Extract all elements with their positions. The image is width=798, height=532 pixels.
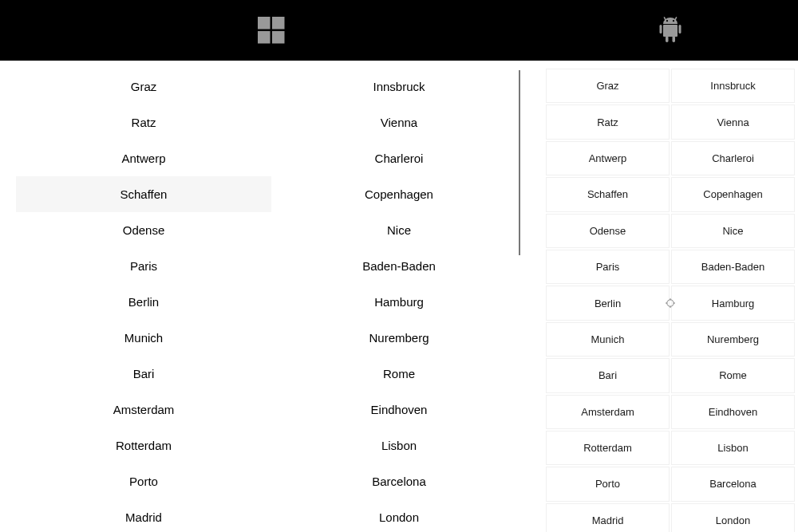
windows-header (0, 0, 543, 61)
list-item[interactable]: Barcelona (671, 467, 795, 501)
android-city-grid[interactable]: GrazInnsbruckRatzViennaAntwerpCharleroiS… (546, 69, 795, 532)
list-item[interactable]: Vienna (671, 104, 795, 139)
list-item[interactable]: Odense (546, 214, 670, 248)
list-item[interactable]: Copenhagen (671, 177, 795, 211)
list-item[interactable]: Nuremberg (271, 320, 527, 356)
list-item[interactable]: Munich (546, 322, 670, 357)
svg-point-11 (666, 20, 668, 22)
list-item[interactable]: Madrid (16, 499, 271, 532)
svg-rect-1 (272, 17, 285, 30)
list-item[interactable]: Amsterdam (546, 395, 670, 429)
list-item[interactable]: Eindhoven (271, 392, 527, 428)
list-item[interactable]: Lisbon (671, 431, 795, 465)
list-item[interactable]: Charleroi (271, 140, 527, 176)
android-header (543, 0, 798, 61)
list-item[interactable]: Lisbon (271, 428, 527, 463)
list-item[interactable]: Innsbruck (671, 69, 795, 103)
android-panel: GrazInnsbruckRatzViennaAntwerpCharleroiS… (543, 0, 798, 532)
list-item[interactable]: Baden-Baden (271, 248, 527, 284)
list-item[interactable]: Odense (16, 212, 271, 248)
list-item[interactable]: Vienna (271, 104, 527, 140)
list-item[interactable]: Bari (16, 356, 271, 392)
list-item[interactable]: Madrid (546, 503, 670, 532)
list-item[interactable]: Hamburg (271, 284, 527, 320)
list-item[interactable]: Bari (546, 358, 670, 392)
scrollbar-thumb[interactable] (519, 70, 520, 255)
list-item[interactable]: Copenhagen (271, 176, 527, 212)
list-item[interactable]: Antwerp (546, 141, 670, 175)
svg-rect-2 (258, 31, 271, 44)
svg-rect-3 (272, 31, 285, 44)
list-item[interactable]: Amsterdam (16, 392, 271, 428)
windows-panel: GrazInnsbruckRatzViennaAntwerpCharleroiS… (0, 0, 543, 532)
list-item[interactable]: Graz (16, 69, 271, 104)
svg-point-12 (673, 20, 674, 22)
windows-icon (258, 17, 285, 44)
windows-list-content: GrazInnsbruckRatzViennaAntwerpCharleroiS… (0, 61, 543, 532)
list-item[interactable]: Porto (16, 463, 271, 499)
list-item[interactable]: Munich (16, 320, 271, 356)
list-item[interactable]: Porto (546, 467, 670, 501)
svg-rect-4 (663, 25, 678, 37)
android-icon (658, 17, 682, 44)
list-item[interactable]: Rome (271, 356, 527, 392)
list-item[interactable]: Barcelona (271, 463, 527, 499)
list-item[interactable]: Graz (546, 69, 670, 103)
list-item[interactable]: Schaffen (16, 176, 271, 212)
list-item[interactable]: Eindhoven (671, 395, 795, 429)
svg-rect-8 (673, 36, 676, 42)
list-item[interactable]: London (671, 503, 795, 532)
list-item[interactable]: Rotterdam (16, 428, 271, 463)
list-item[interactable]: Baden-Baden (671, 250, 795, 284)
windows-city-grid[interactable]: GrazInnsbruckRatzViennaAntwerpCharleroiS… (0, 69, 543, 532)
list-item[interactable]: Nuremberg (671, 322, 795, 357)
svg-rect-7 (666, 36, 669, 42)
list-item[interactable]: Hamburg (671, 286, 795, 320)
list-item[interactable]: London (271, 499, 527, 532)
list-item[interactable]: Paris (16, 248, 271, 284)
list-item[interactable]: Rotterdam (546, 431, 670, 465)
list-item[interactable]: Innsbruck (271, 69, 527, 104)
svg-rect-6 (679, 25, 681, 33)
list-item[interactable]: Charleroi (671, 141, 795, 175)
list-item[interactable]: Berlin (546, 286, 670, 320)
list-item[interactable]: Paris (546, 250, 670, 284)
svg-rect-5 (660, 25, 662, 33)
android-list-content: GrazInnsbruckRatzViennaAntwerpCharleroiS… (543, 61, 798, 532)
list-item[interactable]: Antwerp (16, 140, 271, 176)
list-item[interactable]: Ratz (16, 104, 271, 140)
svg-rect-0 (258, 17, 271, 30)
list-item[interactable]: Berlin (16, 284, 271, 320)
list-item[interactable]: Rome (671, 358, 795, 392)
list-item[interactable]: Nice (671, 214, 795, 248)
list-item[interactable]: Schaffen (546, 177, 670, 211)
list-item[interactable]: Ratz (546, 104, 670, 139)
list-item[interactable]: Nice (271, 212, 527, 248)
